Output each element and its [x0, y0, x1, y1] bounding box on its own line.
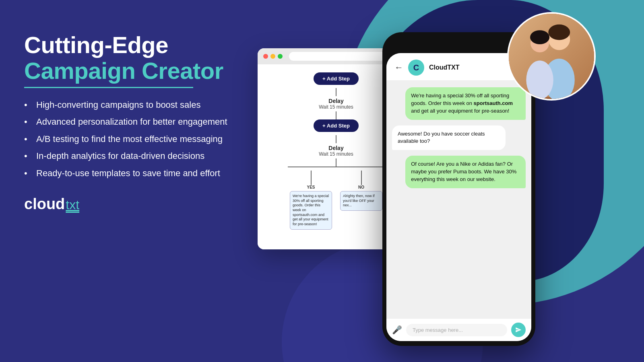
feature-list: High-converting campaigns to boost sales…: [24, 99, 246, 179]
add-step-button-1[interactable]: + Add Step: [314, 72, 359, 85]
delay-2-title: Delay: [319, 145, 353, 151]
branch-yes-label: YES: [307, 185, 315, 189]
flow-connector-4: [336, 158, 336, 167]
bold-link: sportsauth.com: [474, 100, 513, 106]
flow-connector-3: [336, 135, 336, 143]
delay-node-2: Delay Wait 15 minutes: [319, 145, 353, 157]
message-input[interactable]: Type message here...: [406, 324, 507, 336]
add-step-button-2[interactable]: + Add Step: [314, 119, 359, 132]
contact-avatar: C: [408, 60, 424, 76]
branch-horizontal-line: [288, 167, 384, 167]
svg-point-7: [530, 30, 549, 44]
message-received-1: Awesome! Do you have soccer cleats avail…: [392, 125, 506, 150]
title-teal: Campaign Creator: [24, 58, 246, 84]
logo-cloud-text: cloud: [24, 195, 65, 213]
phone-mockup: ← C CloudTXT 📞 We're having a special 30…: [382, 32, 535, 346]
message-sent-1: We're having a special 30% off all sport…: [405, 87, 526, 120]
message-sent-2: Of course! Are you a Nike or Adidas fan?…: [405, 156, 526, 188]
left-panel: Cutting-Edge Campaign Creator High-conve…: [24, 32, 246, 213]
phone-screen: ← C CloudTXT 📞 We're having a special 30…: [386, 53, 531, 341]
send-icon: [515, 327, 522, 333]
branch-yes: YES We're having a special 30% off all s…: [288, 171, 334, 230]
branch-yes-line: [311, 179, 312, 185]
send-button[interactable]: [511, 323, 526, 337]
delay-2-subtitle: Wait 15 minutes: [319, 151, 353, 157]
delay-1-title: Delay: [319, 98, 353, 104]
branch-no-label: NO: [358, 185, 364, 189]
svg-point-6: [548, 25, 570, 40]
contact-name: CloudTXT: [429, 64, 508, 71]
back-button[interactable]: ←: [394, 62, 403, 73]
bullet-1: High-converting campaigns to boost sales: [24, 99, 246, 111]
bullet-2: Advanced personalization for better enga…: [24, 116, 246, 128]
logo: cloud txt: [24, 195, 246, 213]
phone-messages: We're having a special 30% off all sport…: [386, 81, 531, 318]
delay-1-subtitle: Wait 15 minutes: [319, 104, 353, 110]
branch-yes-box: We're having a special 30% off all sport…: [290, 191, 332, 230]
phone-notch: [435, 39, 483, 50]
branch-no: NO Alrighty then, now if you'd like OFF …: [338, 171, 384, 211]
phone-input-bar: 🎤 Type message here...: [386, 318, 531, 341]
browser-dot-green: [278, 54, 283, 59]
branch-no-box: Alrighty then, now if you'd like OFF you…: [340, 191, 382, 211]
microphone-icon[interactable]: 🎤: [392, 325, 402, 335]
flow-branch: YES We're having a special 30% off all s…: [288, 171, 384, 230]
browser-dot-red: [263, 54, 268, 59]
title-white: Cutting-Edge: [24, 32, 246, 58]
flow-connector-2: [336, 111, 336, 119]
title-underline: [24, 87, 193, 88]
flow-connector-1: [336, 88, 336, 96]
svg-point-5: [526, 60, 553, 99]
browser-dot-yellow: [270, 54, 275, 59]
bullet-5: Ready-to-use templates to save time and …: [24, 168, 246, 179]
profile-svg: [509, 14, 594, 99]
delay-node-1: Delay Wait 15 minutes: [319, 98, 353, 110]
bullet-3: A/B testing to find the most effective m…: [24, 134, 246, 145]
message-input-placeholder: Type message here...: [413, 327, 463, 333]
profile-photo-inner: [509, 14, 594, 99]
bullet-4: In-depth analytics for data-driven decis…: [24, 150, 246, 162]
logo-txt-text: txt: [66, 197, 79, 212]
branch-no-line: [361, 179, 362, 185]
profile-photo: [507, 12, 596, 101]
